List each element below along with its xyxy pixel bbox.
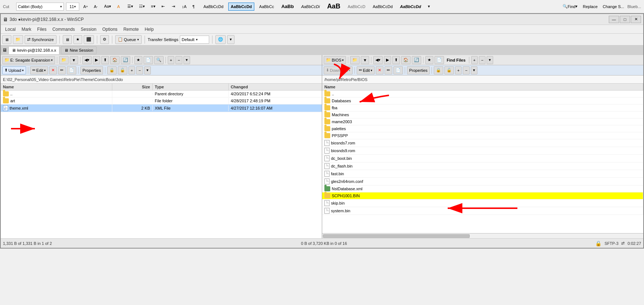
open-cmd-right[interactable]: 📄 [434,56,444,64]
right-file-row-dotdot[interactable]: .. [322,91,643,98]
plus-right-2[interactable]: + [455,66,462,74]
minimize-button[interactable]: — [609,16,619,23]
globe-arrow-button[interactable]: ▾ [227,35,234,44]
copy-path-button-left[interactable]: 📄 [67,66,76,74]
menu-remote[interactable]: Remote [120,26,142,33]
rename-button-right[interactable]: ✏ [385,66,392,74]
left-file-row-dotdot[interactable]: .. Parent directory 4/20/2017 6:52:24 PM [1,91,322,98]
right-file-row-fastbin[interactable]: fast.bin [322,170,643,178]
find-files-left[interactable]: 🔍 [154,56,164,64]
right-file-row-dcboot[interactable]: dc_boot.bin [322,155,643,162]
menu-commands[interactable]: Commands [50,26,78,33]
menu-files[interactable]: Files [34,26,49,33]
filter-right[interactable]: ▼ [361,56,369,64]
plus-left-2[interactable]: + [128,66,135,74]
open-cmd-left[interactable]: 📄 [143,56,153,64]
right-file-row-biosnds7[interactable]: biosnds7.rom [322,139,643,147]
nav-back-right[interactable]: ◀▾ [373,56,383,64]
right-file-row-fba[interactable]: fba [322,104,643,111]
style-heading2[interactable]: AaBb [279,3,296,11]
right-file-row-databases[interactable]: Databases [322,98,643,104]
refresh-right[interactable]: 🔄 [412,56,421,64]
down-arrow-left[interactable]: ▾ [183,56,190,64]
menu-local[interactable]: Local [2,26,19,33]
multilevel-list-button[interactable]: ≡▾ [149,3,157,11]
right-file-row-ppsspp[interactable]: PPSSPP [322,132,643,139]
right-file-row-biosnds9[interactable]: biosnds9.rom [322,147,643,155]
filter-button[interactable]: ▼ [70,56,78,64]
transfer-default-dropdown[interactable]: Default ▾ [180,36,209,44]
bullets-button[interactable]: ☰▾ [125,3,135,11]
nav-up-button-left[interactable]: ⬆ [101,56,109,64]
rename-button-left[interactable]: ✏ [58,66,66,74]
properties-button-right[interactable]: Properties [407,66,430,74]
menu-help[interactable]: Help [142,26,157,33]
new-session-button[interactable]: 🖥 New Session [61,46,97,54]
session-tab-active[interactable]: 🖥 kevin-pi@192.168.x.x [8,46,59,54]
right-file-row-scph1001[interactable]: SCPH1001.BIN [322,192,643,199]
style-subtle-emp[interactable]: AaBbCcDd [370,3,395,11]
queue-button[interactable]: 📋 Queue ▾ [115,35,142,44]
change-styles-button[interactable]: Change S... [601,3,626,11]
find-button[interactable]: 🔍 Find ▾ [561,3,579,11]
minus-right[interactable]: − [479,56,485,64]
unlock-button-right[interactable]: 🔓 [444,66,454,74]
font-selector[interactable]: Calibri (Body) ▾ [16,3,64,11]
properties-button-left[interactable]: Properties [80,66,103,74]
style-emphasis[interactable]: AaBbCcDd [397,3,423,11]
nav-up-right[interactable]: ⬆ [392,56,400,64]
close-button[interactable]: ✕ [631,16,641,23]
increase-indent-button[interactable]: ⇥ [170,3,178,11]
menu-session[interactable]: Session [78,26,99,33]
download-button[interactable]: ⬇ Download ▾ [324,66,353,74]
hscroll-thumb[interactable] [323,234,470,238]
minus-left-2[interactable]: − [136,66,143,74]
edit-button-right[interactable]: ✏ Edit ▾ [357,66,375,74]
new-folder-right[interactable]: + [471,56,478,64]
style-heading3[interactable]: AaBbCcDi [299,3,323,11]
minus-right-2[interactable]: − [463,66,469,74]
shrink-font-button[interactable]: A- [92,3,100,11]
left-drive-selector[interactable]: 📁 E: Seagate Expansion ▾ [2,56,55,64]
style-no-spacing[interactable]: AaBbCcDd [228,3,254,11]
right-file-row-nstdb[interactable]: NstDatabase.xml [322,185,643,192]
right-file-row-dcflash[interactable]: dc_flash.bin [322,162,643,170]
right-drive-selector[interactable]: 📁 BIOS ▾ [324,56,346,64]
style-title[interactable]: AaB [324,3,343,11]
nav-forward-button-left[interactable]: ▶ [93,56,100,64]
bookmark-button[interactable]: ★ [73,35,82,44]
settings-button[interactable]: ⚙ [100,35,109,44]
nav-back-button-left[interactable]: ◀▾ [82,56,92,64]
right-file-row-skipbin[interactable]: skip.bin [322,199,643,207]
minus-left[interactable]: − [175,56,182,64]
lock-button-left[interactable]: 🔒 [107,66,117,74]
local-panel-button[interactable]: 🖥 [2,35,11,44]
grow-font-button[interactable]: A+ [81,3,90,11]
add-bookmark-right[interactable]: ★ [425,56,433,64]
show-formatting-button[interactable]: ¶ [190,3,199,11]
home-right[interactable]: 🏠 [401,56,411,64]
style-heading1[interactable]: AaBbCc [256,3,276,11]
new-connection-button[interactable]: 🖥 [63,35,72,44]
globe-button[interactable]: 🌐 [215,35,226,44]
nav-left-button[interactable]: ⬛ [84,35,94,44]
style-subtitle[interactable]: AaBbCcD [345,3,368,11]
highlight-button[interactable]: A [115,3,123,11]
open-directory-button[interactable]: 📁 [59,56,69,64]
delete-button-left[interactable]: ✕ [49,66,57,74]
home-button-left[interactable]: 🏠 [110,56,120,64]
dropdown-left-2[interactable]: ▾ [144,66,151,74]
new-folder-left[interactable]: + [168,56,174,64]
style-normal[interactable]: AaBbCcDd [201,3,226,11]
right-file-row-palettes[interactable]: palettes [322,125,643,132]
sort-button[interactable]: ↕A [180,3,189,11]
remote-panel-button[interactable]: 📁 [13,35,23,44]
copy-path-button-right[interactable]: 📄 [393,66,403,74]
delete-button-right[interactable]: ✕ [376,66,383,74]
add-bookmark-left[interactable]: ★ [134,56,142,64]
change-case-button[interactable]: Aa▾ [102,3,113,11]
refresh-button-left[interactable]: 🔄 [121,56,130,64]
nav-forward-right[interactable]: ▶ [384,56,391,64]
menu-options[interactable]: Options [99,26,120,33]
edit-button-left[interactable]: ✏ Edit ▾ [30,66,48,74]
